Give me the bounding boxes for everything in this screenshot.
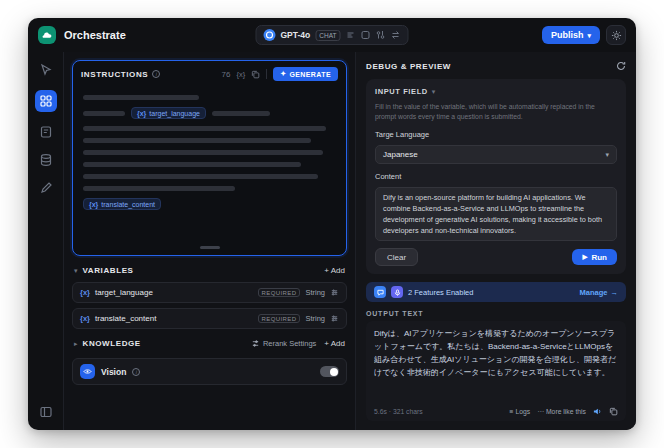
prompt-text-line [83, 126, 326, 131]
run-button[interactable]: ▶ Run [572, 249, 617, 265]
add-knowledge-button[interactable]: + Add [324, 339, 345, 348]
char-count: 76 [221, 70, 230, 79]
variable-chip-translate-content[interactable]: {x} translate_content [83, 198, 161, 210]
chevron-down-icon: ▾ [74, 267, 78, 275]
vision-feature-row: Vision i [72, 358, 347, 385]
sparkle-icon: ✦ [280, 70, 286, 78]
chevron-down-icon: ▾ [587, 32, 591, 39]
knowledge-header[interactable]: ▸ KNOWLEDGE Rerank Settings + Add [72, 337, 347, 350]
generate-button[interactable]: ✦ GENERATE [273, 67, 338, 81]
output-text: Difyは、AIアプリケーションを構築するためのオープンソースプラットフォームで… [374, 328, 618, 402]
dify-logo-icon [38, 26, 56, 44]
instructions-card: INSTRUCTIONS i 76 {x} ✦ GENERATE [72, 60, 347, 256]
variable-settings-icon[interactable] [330, 288, 339, 297]
prompt-editor[interactable]: {x} target_language {x} transla [73, 87, 346, 255]
prompt-text-line [83, 162, 301, 167]
output-card: Difyは、AIアプリケーションを構築するためのオープンソースプラットフォームで… [366, 321, 626, 421]
knowledge-section: ▸ KNOWLEDGE Rerank Settings + Add [72, 337, 347, 350]
pointer-icon[interactable] [38, 62, 54, 78]
input-field-description: Fill in the value of the variable, which… [375, 102, 617, 122]
content-input[interactable]: Dify is an open-source platform for buil… [375, 187, 617, 241]
instructions-header: INSTRUCTIONS i 76 {x} ✦ GENERATE [73, 61, 346, 87]
top-bar: Orchestrate GPT-4o CHAT Publish ▾ [28, 18, 636, 52]
prompt-text-line [83, 95, 199, 100]
model-provider-icon [264, 29, 276, 41]
prompt-text-line: {x} target_language [83, 107, 336, 119]
chevron-right-icon: ▸ [74, 340, 78, 348]
opening-statement-icon [374, 286, 386, 298]
text-to-speech-icon[interactable] [593, 407, 602, 416]
divider [266, 69, 267, 79]
model-selector[interactable]: GPT-4o CHAT [256, 25, 409, 45]
speech-to-text-icon [391, 286, 403, 298]
variable-token-icon: {x} [80, 288, 90, 297]
nav-datasets-icon[interactable] [38, 152, 54, 168]
instructions-tools: 76 {x} ✦ GENERATE [221, 67, 338, 81]
prompt-text-line: {x} translate_content [83, 198, 336, 210]
debug-panel: DEBUG & PREVIEW INPUT FIELD ▾ Fill in th… [356, 52, 636, 430]
rerank-settings-button[interactable]: Rerank Settings [251, 339, 316, 348]
refresh-icon[interactable] [616, 61, 626, 71]
orchestrate-panel: INSTRUCTIONS i 76 {x} ✦ GENERATE [64, 52, 356, 430]
input-field-card: INPUT FIELD ▾ Fill in the value of the v… [366, 79, 626, 274]
features-enabled-label: 2 Features Enabled [408, 288, 473, 297]
variables-header[interactable]: ▾ VARIABLES + Add [72, 264, 347, 277]
content-label: Content [375, 172, 617, 181]
debug-title: DEBUG & PREVIEW [366, 62, 451, 71]
more-like-this-button[interactable]: ⋯ More like this [537, 408, 586, 416]
variable-type: String [305, 314, 325, 323]
input-field-header[interactable]: INPUT FIELD ▾ [375, 87, 617, 96]
variable-row-translate-content[interactable]: {x} translate_content REQUIRED String [72, 308, 347, 329]
main-area: INSTRUCTIONS i 76 {x} ✦ GENERATE [28, 52, 636, 430]
add-variable-button[interactable]: + Add [324, 266, 345, 275]
arrow-right-icon: → [611, 288, 619, 297]
prompt-text-line [83, 174, 318, 179]
instructions-title: INSTRUCTIONS [81, 70, 148, 79]
variable-token-icon: {x} [80, 314, 90, 323]
app-settings-button[interactable] [606, 25, 626, 45]
required-badge: REQUIRED [258, 314, 301, 323]
play-icon: ▶ [582, 253, 587, 261]
knowledge-title: KNOWLEDGE [83, 339, 141, 348]
page-title: Orchestrate [64, 29, 126, 41]
copy-prompt-icon[interactable] [251, 70, 260, 79]
chevron-down-icon: ▾ [432, 88, 436, 96]
target-language-select[interactable]: Japanese ▾ [375, 145, 617, 164]
collapse-sidebar-icon[interactable] [38, 404, 54, 420]
vision-icon [80, 364, 95, 379]
output-title: OUTPUT TEXT [366, 310, 626, 317]
variable-braces-icon[interactable]: {x} [236, 70, 245, 79]
model-name: GPT-4o [281, 30, 311, 40]
clear-button[interactable]: Clear [375, 248, 418, 266]
variable-chip-target-language[interactable]: {x} target_language [131, 107, 206, 119]
output-meta-row: 5.6s · 321 chars ≡ Logs ⋯ More like this [374, 407, 618, 416]
copy-output-icon[interactable] [609, 407, 618, 416]
dots-icon: ⋯ [537, 408, 544, 416]
prompt-text-line [83, 186, 235, 191]
variable-row-target-language[interactable]: {x} target_language REQUIRED String [72, 282, 347, 303]
nav-orchestrate-item[interactable] [35, 90, 57, 112]
info-icon: i [152, 70, 160, 78]
variable-settings-icon[interactable] [330, 314, 339, 323]
nav-annotation-icon[interactable] [38, 180, 54, 196]
prompt-text-line [83, 150, 323, 155]
app-window: Orchestrate GPT-4o CHAT Publish ▾ [28, 18, 636, 430]
menu-icon: ≡ [509, 408, 513, 415]
output-section: OUTPUT TEXT Difyは、AIアプリケーションを構築するためのオープン… [366, 310, 626, 421]
temperature-icon [345, 30, 355, 40]
scroll-indicator[interactable] [200, 246, 220, 249]
features-bar[interactable]: 2 Features Enabled Manage → [366, 282, 626, 302]
output-stats: 5.6s · 321 chars [374, 408, 423, 415]
model-mode-badge: CHAT [315, 30, 340, 41]
logs-button[interactable]: ≡ Logs [509, 408, 530, 415]
debug-header: DEBUG & PREVIEW [366, 61, 626, 71]
info-icon: i [132, 368, 140, 376]
variable-type: String [305, 288, 325, 297]
variables-section: ▾ VARIABLES + Add {x} target_language RE… [72, 264, 347, 329]
swap-model-icon [390, 30, 400, 40]
vision-toggle[interactable] [320, 366, 339, 377]
variables-title: VARIABLES [83, 266, 134, 275]
nav-logs-icon[interactable] [38, 124, 54, 140]
manage-features-link[interactable]: Manage → [580, 288, 618, 297]
publish-button[interactable]: Publish ▾ [542, 26, 600, 44]
